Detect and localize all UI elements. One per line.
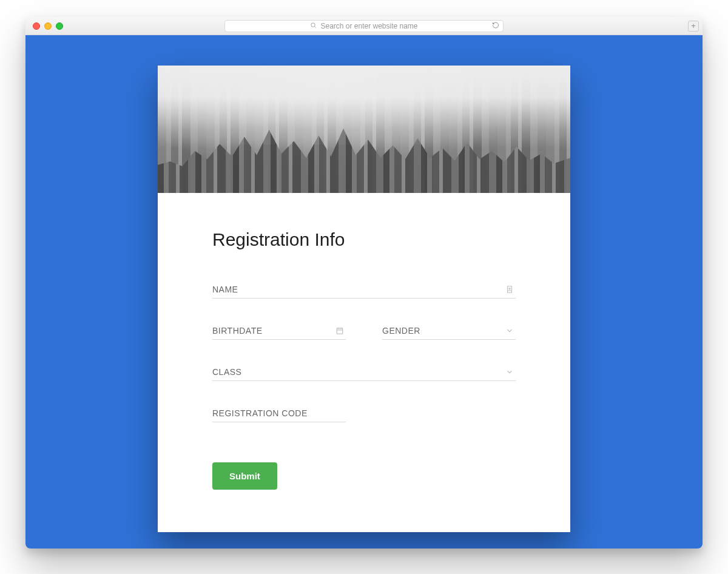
minimize-window-button[interactable]	[44, 22, 52, 30]
browser-chrome: Search or enter website name +	[25, 17, 703, 35]
gender-label: GENDER	[382, 326, 420, 336]
form-body: Registration Info NAME BIRTHD	[158, 193, 570, 532]
registration-code-field[interactable]: REGISTRATION CODE	[212, 404, 346, 422]
registration-code-label: REGISTRATION CODE	[212, 408, 308, 418]
name-label: NAME	[212, 285, 238, 294]
maximize-window-button[interactable]	[56, 22, 63, 30]
browser-window: Search or enter website name + Registrat…	[25, 17, 703, 549]
close-window-button[interactable]	[33, 22, 40, 30]
registration-card: Registration Info NAME BIRTHD	[158, 66, 570, 532]
svg-point-0	[311, 23, 315, 27]
reload-icon[interactable]	[492, 21, 499, 30]
birthdate-label: BIRTHDATE	[212, 326, 263, 336]
address-bar[interactable]: Search or enter website name	[224, 20, 504, 32]
new-tab-button[interactable]: +	[688, 21, 699, 32]
birthdate-field[interactable]: BIRTHDATE	[212, 322, 346, 340]
form-title: Registration Info	[212, 229, 516, 250]
svg-rect-4	[337, 328, 342, 333]
search-icon	[310, 22, 317, 30]
svg-line-1	[315, 27, 316, 28]
calendar-icon	[335, 326, 345, 336]
gender-field[interactable]: GENDER	[382, 322, 516, 340]
chevron-down-icon	[505, 367, 514, 377]
submit-button[interactable]: Submit	[212, 462, 277, 490]
address-bar-placeholder: Search or enter website name	[320, 22, 417, 30]
window-controls	[33, 22, 63, 30]
hero-image	[158, 66, 570, 193]
svg-point-3	[509, 288, 510, 289]
class-label: CLASS	[212, 367, 241, 377]
class-field[interactable]: CLASS	[212, 363, 516, 381]
id-badge-icon	[505, 285, 514, 294]
page-viewport: Registration Info NAME BIRTHD	[25, 35, 703, 549]
chevron-down-icon	[505, 326, 514, 336]
name-field[interactable]: NAME	[212, 280, 516, 299]
